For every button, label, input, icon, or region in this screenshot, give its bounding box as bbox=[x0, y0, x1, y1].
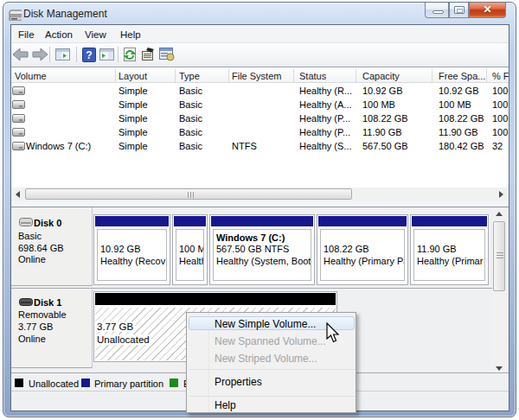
svg-text:?: ? bbox=[86, 49, 92, 61]
